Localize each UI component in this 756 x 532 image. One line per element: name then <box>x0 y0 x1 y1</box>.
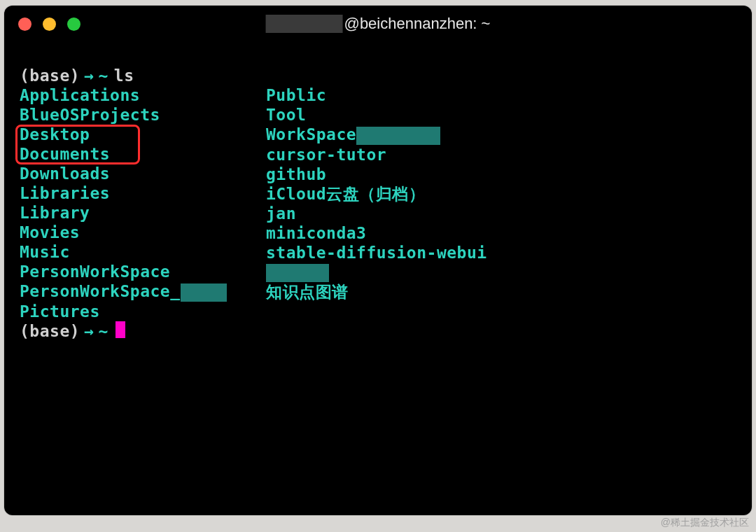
prompt-line-2: (base) → ~ <box>20 321 736 341</box>
window-title: @beichennanzhen: ~ <box>266 15 491 33</box>
traffic-lights <box>18 18 80 31</box>
ls-item: miniconda3 <box>266 223 736 243</box>
ls-item: Documents <box>20 144 266 164</box>
minimize-icon[interactable] <box>43 18 56 31</box>
watermark: @稀土掘金技术社区 <box>661 517 749 529</box>
ls-item: Movies <box>20 223 266 242</box>
redacted-username <box>266 15 343 33</box>
ls-item: github <box>266 164 736 184</box>
ls-item: jan <box>266 204 736 223</box>
ls-item: Applications <box>20 85 266 105</box>
ls-item: Music <box>20 242 266 262</box>
ls-item: BlueOSProjects <box>20 105 266 125</box>
ls-item: WorkSpace <box>266 125 736 145</box>
prompt-env: (base) <box>20 66 80 85</box>
ls-item: cursor-tutor <box>266 145 736 164</box>
terminal-window: @beichennanzhen: ~ (base) → ~ ls Applica… <box>4 6 752 515</box>
ls-item: Desktop <box>20 125 266 144</box>
redacted-text <box>181 284 227 302</box>
ls-item: PersonWorkSpace_ <box>20 281 266 302</box>
prompt-env: (base) <box>20 321 80 341</box>
prompt-arrow-icon: → <box>84 321 94 341</box>
prompt-path: ~ <box>98 66 108 85</box>
redacted-text <box>266 264 329 282</box>
ls-item-text: PersonWorkSpace_ <box>20 282 181 300</box>
ls-item: Pictures <box>20 302 266 321</box>
ls-item: PersonWorkSpace <box>20 262 266 281</box>
ls-item: Public <box>266 85 736 105</box>
ls-item: Downloads <box>20 164 266 183</box>
ls-column-1: Applications BlueOSProjects Desktop Docu… <box>20 85 266 321</box>
ls-item: iCloud云盘（归档） <box>266 184 736 204</box>
ls-item <box>266 262 736 283</box>
ls-output: Applications BlueOSProjects Desktop Docu… <box>20 85 736 321</box>
titlebar: @beichennanzhen: ~ <box>4 6 752 42</box>
ls-item: 知识点图谱 <box>266 282 736 302</box>
ls-item: Library <box>20 203 266 223</box>
cursor-icon <box>115 321 125 338</box>
prompt-arrow-icon: → <box>84 66 94 85</box>
close-icon[interactable] <box>18 18 31 31</box>
redacted-text <box>356 127 440 145</box>
ls-item: stable-diffusion-webui <box>266 243 736 262</box>
ls-item-text: WorkSpace <box>266 125 356 144</box>
ls-column-2: Public Tool WorkSpace cursor-tutor githu… <box>266 85 736 321</box>
terminal-body[interactable]: (base) → ~ ls Applications BlueOSProject… <box>4 42 752 341</box>
ls-item: Tool <box>266 105 736 125</box>
prompt-command: ls <box>114 66 134 85</box>
prompt-line-1: (base) → ~ ls <box>20 66 736 85</box>
ls-item: Libraries <box>20 183 266 203</box>
prompt-path: ~ <box>98 321 108 341</box>
maximize-icon[interactable] <box>67 18 80 31</box>
title-suffix: @beichennanzhen: ~ <box>344 15 491 33</box>
